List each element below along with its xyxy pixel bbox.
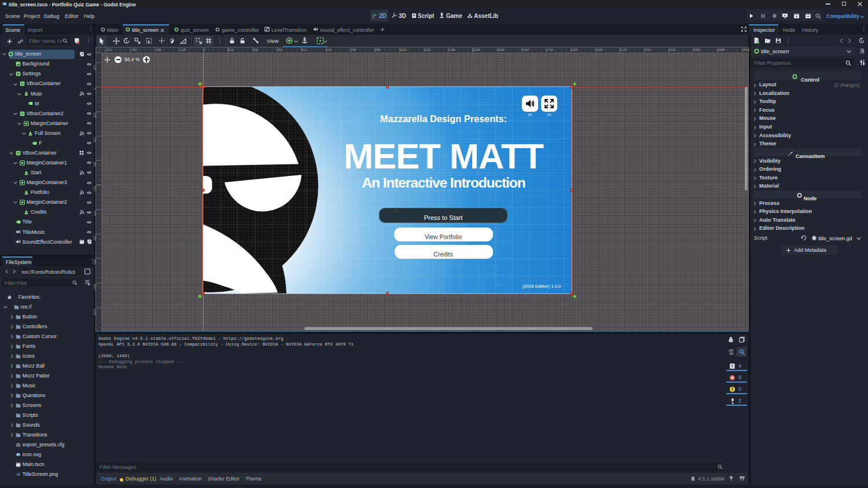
svg-text:DOC: DOC	[860, 52, 865, 54]
